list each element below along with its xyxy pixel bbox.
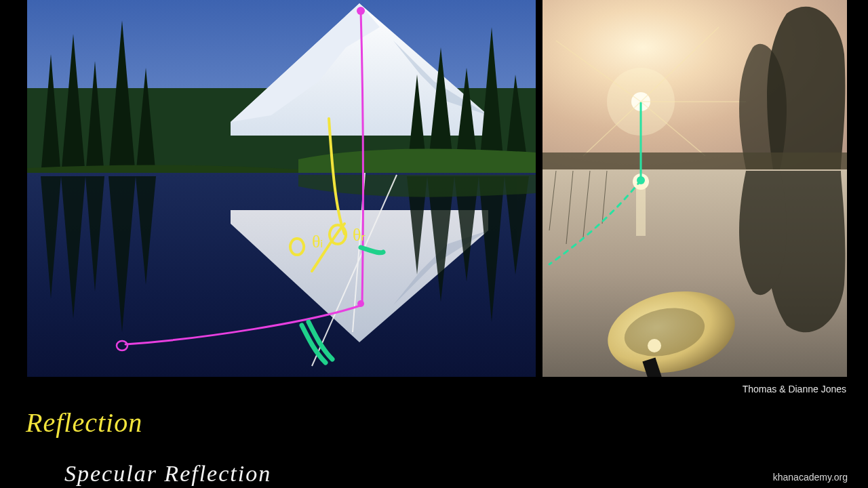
svg-point-6 [357, 300, 364, 307]
left-photo-mountain-lake: θᵢ θᵣ [27, 0, 536, 377]
theta-r-label: θᵣ [353, 225, 366, 245]
topic-subheading: Specular Reflection [64, 461, 271, 487]
svg-point-26 [648, 339, 661, 352]
photo-credit: Thomas & Dianne Jones [743, 384, 846, 394]
topic-heading: Reflection [26, 407, 142, 439]
site-watermark: khanacademy.org [773, 472, 848, 483]
video-frame: θᵢ θᵣ [0, 0, 868, 488]
theta-i-label: θᵢ [312, 232, 323, 251]
svg-point-28 [637, 176, 645, 184]
right-photo-sunrise-lake [542, 0, 847, 377]
svg-rect-19 [636, 182, 646, 236]
svg-point-5 [357, 7, 365, 15]
